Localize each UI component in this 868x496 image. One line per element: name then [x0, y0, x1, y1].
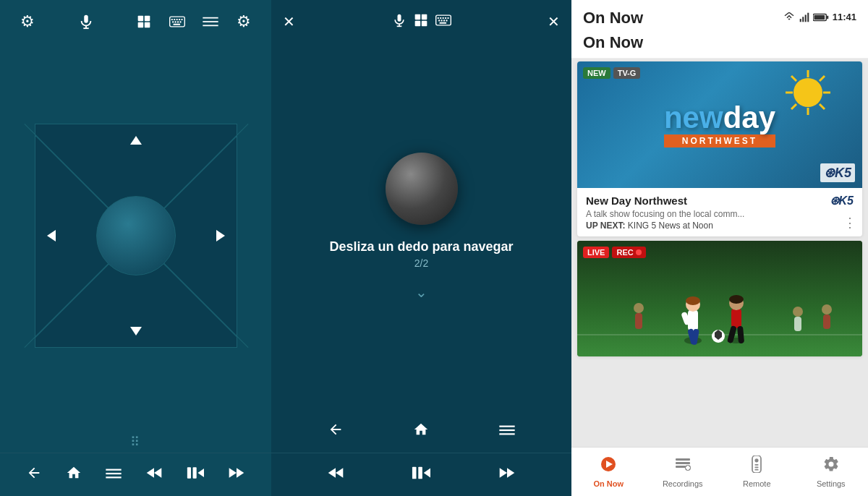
close-left-icon[interactable]: ✕ — [283, 13, 295, 30]
fast-forward-middle[interactable] — [498, 465, 516, 484]
svg-rect-55 — [827, 15, 828, 18]
svg-rect-92 — [676, 466, 686, 468]
cards-container: NEW TV-G — [571, 59, 868, 447]
nav-remote[interactable]: Remote — [720, 448, 794, 496]
nav-recordings[interactable]: Recordings — [646, 448, 720, 496]
card-new-day-northwest[interactable]: NEW TV-G — [577, 61, 862, 236]
svg-point-56 — [793, 78, 822, 107]
rewind-button[interactable] — [145, 465, 163, 484]
card-image-soccer: LIVE REC — [577, 241, 862, 356]
svg-rect-5 — [138, 22, 144, 28]
svg-line-63 — [820, 76, 825, 81]
svg-rect-98 — [755, 464, 759, 466]
dpad-up[interactable] — [127, 133, 145, 150]
apps-icon-left[interactable] — [131, 9, 157, 35]
swipe-hint-subtext: 2/2 — [329, 257, 513, 269]
svg-rect-41 — [443, 20, 445, 21]
nav-settings[interactable]: Settings — [794, 448, 869, 496]
play-pause-middle[interactable] — [412, 465, 430, 484]
dpad-right[interactable] — [210, 227, 228, 244]
trackpad-ball[interactable] — [386, 153, 458, 225]
home-button-left[interactable] — [66, 465, 82, 484]
show-title: New Day Northwest — [586, 194, 687, 207]
back-button-middle[interactable] — [328, 422, 344, 441]
svg-rect-51 — [804, 14, 806, 22]
svg-rect-13 — [172, 21, 174, 22]
settings-nav-icon — [822, 456, 840, 477]
mic-icon-middle[interactable] — [392, 13, 407, 31]
svg-point-85 — [793, 307, 803, 317]
svg-rect-43 — [439, 22, 446, 23]
right-header: On Now 11:41 — [571, 0, 868, 33]
on-now-title: On Now — [583, 9, 643, 27]
svg-rect-34 — [437, 17, 438, 18]
svg-rect-95 — [686, 467, 690, 469]
remote-icon — [749, 456, 764, 477]
newday-logo: newday NORTHWEST — [664, 103, 775, 147]
svg-rect-25 — [192, 467, 196, 478]
svg-rect-82 — [635, 313, 642, 329]
svg-rect-37 — [445, 17, 446, 18]
middle-top-bar: ✕ — [271, 0, 571, 43]
left-top-bar: ⚙ — [0, 0, 271, 43]
home-button-middle[interactable] — [413, 422, 429, 441]
up-next-show: KING 5 News at Noon — [628, 221, 713, 231]
right-panel: On Now 11:41 On Now — [571, 0, 868, 496]
recordings-label: Recordings — [663, 479, 703, 488]
svg-point-97 — [755, 458, 759, 462]
middle-panel: ✕ — [271, 0, 571, 496]
svg-line-62 — [820, 104, 825, 109]
time-display: 11:41 — [833, 12, 856, 22]
svg-rect-32 — [421, 20, 427, 26]
lines-icon-left[interactable] — [197, 9, 224, 35]
menu-button-left[interactable] — [106, 466, 122, 483]
dpad-center[interactable] — [96, 196, 176, 275]
fast-forward-button[interactable] — [228, 465, 245, 484]
swipe-hint-text: Desliza un dedo para navegar — [329, 239, 513, 255]
svg-rect-52 — [807, 12, 809, 22]
svg-rect-54 — [814, 15, 825, 20]
nav-on-now[interactable]: On Now — [571, 448, 646, 496]
svg-rect-30 — [421, 14, 427, 20]
svg-rect-39 — [438, 20, 440, 21]
svg-rect-84 — [794, 317, 801, 331]
northwest-text: NORTHWEST — [664, 134, 775, 147]
svg-rect-48 — [419, 467, 423, 479]
up-next-label: UP NEXT: — [586, 221, 625, 231]
sun-graphic — [783, 67, 833, 118]
back-button-left[interactable] — [26, 465, 42, 484]
close-right-icon[interactable]: ✕ — [548, 13, 560, 30]
keyboard-icon-left[interactable] — [164, 9, 190, 35]
badge-row-1: NEW TV-G — [583, 67, 640, 79]
svg-rect-29 — [414, 14, 420, 20]
svg-point-78 — [729, 295, 744, 304]
svg-rect-40 — [441, 20, 442, 21]
menu-button-middle[interactable] — [499, 423, 515, 440]
svg-rect-4 — [145, 16, 150, 22]
dpad-down[interactable] — [127, 321, 145, 338]
middle-nav-bar — [271, 409, 571, 453]
svg-rect-50 — [802, 17, 804, 22]
svg-rect-10 — [176, 19, 178, 20]
bottom-nav: On Now Recordings — [571, 447, 868, 496]
apps-icon-middle[interactable] — [414, 13, 428, 31]
svg-point-87 — [822, 304, 832, 315]
rewind-button-middle[interactable] — [327, 465, 344, 484]
keyboard-icon-middle[interactable] — [435, 14, 451, 30]
play-pause-button[interactable] — [187, 465, 204, 484]
settings-icon[interactable]: ⚙ — [14, 9, 41, 35]
svg-rect-15 — [177, 21, 179, 22]
badge-new: NEW — [583, 67, 610, 79]
middle-content: Desliza un dedo para navegar 2/2 ⌄ — [271, 43, 571, 409]
dpad-left[interactable] — [44, 227, 61, 244]
signal-icon — [799, 12, 809, 22]
svg-rect-91 — [676, 462, 690, 464]
card-soccer[interactable]: LIVE REC — [577, 241, 862, 356]
remote-label: Remote — [743, 479, 771, 488]
svg-rect-0 — [84, 15, 88, 23]
gear-icon-left[interactable]: ⚙ — [231, 9, 257, 35]
more-options-button[interactable]: ⋮ — [843, 215, 856, 231]
mic-icon-left[interactable] — [73, 9, 99, 35]
svg-rect-76 — [731, 308, 741, 328]
svg-rect-86 — [823, 315, 830, 329]
